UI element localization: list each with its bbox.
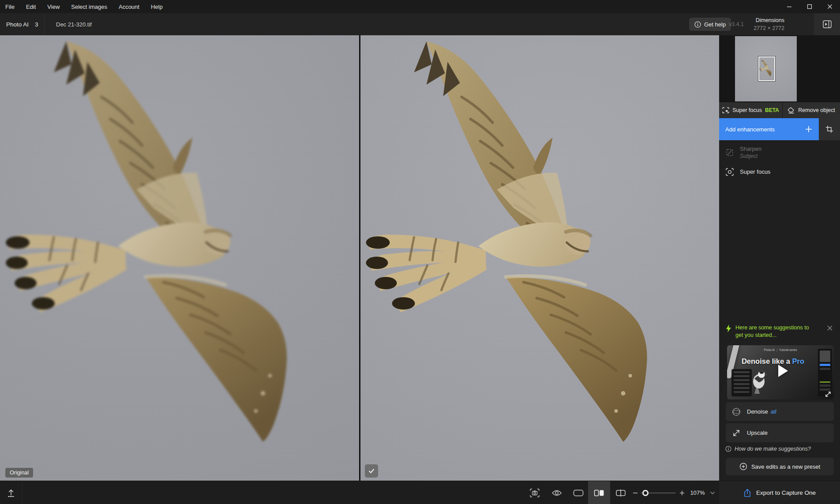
upscale-suggestion-button[interactable]: Upscale [726,423,834,442]
menu-item-help[interactable]: Help [151,4,163,10]
menu-item-edit[interactable]: Edit [26,4,36,10]
upscale-icon [732,429,741,437]
suggestions-header: Here are some suggestions to get you sta… [725,324,835,339]
app-title: Photo AI [6,21,29,28]
how-suggestions-link[interactable]: How do we make suggestions? [725,446,811,452]
menu-item-select-images[interactable]: Select images [71,4,107,10]
divider [22,481,22,504]
export-image-button[interactable] [0,481,22,504]
plus-icon [679,490,685,496]
preview-original-button[interactable] [546,481,567,504]
zoom-in-button[interactable] [677,481,687,504]
remove-object-tool-label: Remove object [798,107,835,113]
focus-icon [725,168,734,176]
info-icon [694,21,701,28]
close-suggestions-button[interactable] [827,325,833,331]
camera-focus-icon [529,488,540,498]
sharpen-label: Sharpen [740,146,761,152]
original-image-panel[interactable]: Original [0,35,359,481]
menu-item-view[interactable]: View [47,4,60,10]
navigator-bird-image [759,57,774,80]
split-view-button[interactable] [611,481,631,504]
export-capture-one-button[interactable]: Export to Capture One [719,481,840,504]
add-enhancements-row: Add enhancements [719,118,840,140]
maximize-icon [807,4,812,9]
super-focus-icon [722,107,729,113]
enhancement-super-focus[interactable]: Super focus [719,162,840,182]
how-suggestions-label: How do we make suggestions? [735,446,811,452]
expand-icon[interactable] [825,391,831,397]
add-enhancements-button[interactable]: Add enhancements [719,118,819,140]
divider [44,13,45,35]
remove-object-tool-button[interactable]: Remove object [783,102,840,118]
upscale-label: Upscale [747,429,768,436]
super-focus-tool-button[interactable]: Super focus BETA [719,102,782,118]
suggestions-text: Here are some suggestions to get you sta… [735,324,818,339]
add-enhancements-label: Add enhancements [725,126,805,133]
sparrow-image [748,366,771,397]
plus-icon [805,125,813,133]
maximize-button[interactable] [799,0,820,13]
original-bird-image [0,35,359,481]
close-icon [827,325,833,331]
denoise-icon [732,407,741,416]
export-capture-one-label: Export to Capture One [756,489,816,496]
minimize-icon [787,4,792,9]
enhanced-image-panel[interactable] [360,35,719,481]
denoise-suggestion-button[interactable]: Denoise all [726,402,834,421]
zoom-level[interactable]: 107% [687,481,708,504]
menu-bar: File Edit View Select images Account Hel… [0,4,163,10]
zoom-slider[interactable] [641,481,676,504]
tool-buttons-row: Super focus BETA Remove object [719,102,840,118]
title-bar: File Edit View Select images Account Hel… [0,0,840,13]
navigator-thumbnail[interactable] [735,36,797,101]
enhanced-bird-image [360,35,719,481]
close-button[interactable] [820,0,840,13]
zoom-dropdown-button[interactable] [708,481,717,504]
beta-badge: BETA [765,107,779,113]
play-button[interactable] [778,365,788,377]
crop-button[interactable] [819,118,840,140]
minimize-button[interactable] [779,0,799,13]
share-icon [743,489,751,497]
collapse-panel-button[interactable] [814,13,840,35]
save-preset-button[interactable]: Save edits as a new preset [726,458,834,475]
menu-item-account[interactable]: Account [119,4,139,10]
photo-ai-window: File Edit View Select images Account Hel… [0,0,840,504]
navigator-viewport[interactable] [758,56,775,81]
crop-icon [825,125,833,133]
image-workspace: Original [0,35,719,481]
split-view-icon [615,489,626,497]
preview-checkbox[interactable] [365,464,378,478]
zoom-slider-knob[interactable] [642,490,649,496]
single-view-button[interactable] [568,481,589,504]
minus-icon [633,490,638,496]
close-icon [827,4,832,9]
single-view-icon [573,489,584,497]
sharpen-disabled-icon [725,148,734,157]
zoom-slider-track[interactable] [641,493,676,493]
tutorial-video-thumbnail[interactable]: Photo AI|Tutorial series Denoise like a … [727,345,834,399]
snapshot-view-button[interactable] [524,481,545,504]
export-bar: Export to Capture One [719,481,840,504]
dimensions-label: Dimensions [750,16,784,24]
filename-label[interactable]: Dec 21-320.tif [56,13,92,35]
menu-item-file[interactable]: File [5,4,15,10]
original-badge: Original [5,468,33,478]
super-focus-label: Super focus [740,168,770,175]
check-icon [368,467,375,474]
dimensions-block: Dimensions 2772 × 2772 [750,16,784,32]
status-bar: 107% [0,481,719,504]
version-label: v3.4.1 [729,13,744,35]
window-controls [779,0,840,13]
sharpen-sublabel: Subject [740,153,761,160]
lightning-icon [725,324,732,333]
tab-photo-ai[interactable]: Photo AI 3 [6,13,38,35]
side-by-side-view-button[interactable] [588,481,610,504]
zoom-out-button[interactable] [630,481,641,504]
dimensions-value: 2772 × 2772 [750,24,784,32]
get-help-label: Get help [704,21,726,28]
save-preset-label: Save edits as a new preset [751,463,820,470]
super-focus-tool-label: Super focus [732,107,762,113]
get-help-button[interactable]: Get help [689,18,731,31]
